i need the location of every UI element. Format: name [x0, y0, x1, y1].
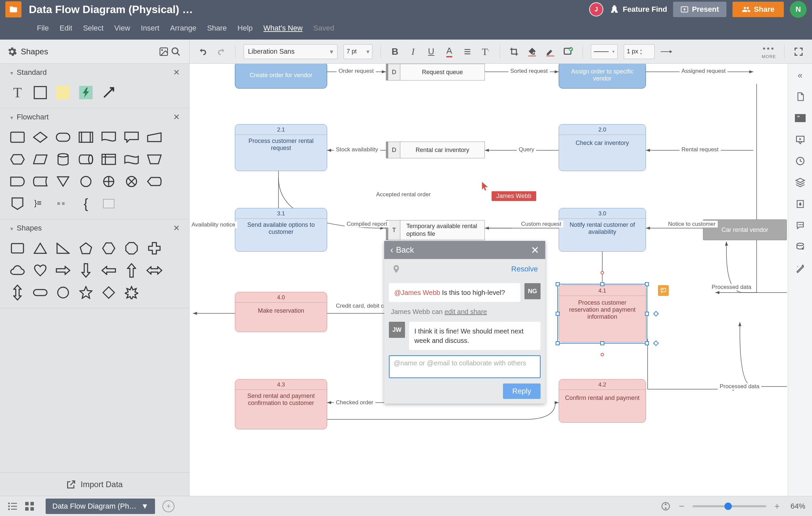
standard-section-header[interactable]: ▼Standard ✕: [0, 64, 189, 81]
import-data-button[interactable]: Import Data: [0, 472, 189, 496]
target-icon[interactable]: [661, 501, 671, 511]
card-shape[interactable]: [101, 196, 117, 212]
fullscreen-icon[interactable]: [792, 46, 805, 58]
collaborator-avatar[interactable]: J: [589, 2, 603, 17]
node-3-0[interactable]: 3.0 Notify rental customer of availabili…: [559, 208, 646, 252]
page-icon[interactable]: [794, 91, 806, 103]
resolve-button[interactable]: Resolve: [511, 265, 538, 274]
data-store-inventory[interactable]: D Rental car inventory: [386, 142, 485, 159]
brace-shape[interactable]: }≡: [32, 196, 48, 212]
present-button[interactable]: Present: [673, 2, 726, 17]
data-linking-icon[interactable]: [794, 241, 806, 253]
image-icon[interactable]: [158, 46, 170, 58]
note-shape[interactable]: ≡ ≡: [55, 196, 71, 212]
page-tab[interactable]: Data Flow Diagram (Ph… ▼: [46, 498, 155, 514]
collapse-rail-icon[interactable]: «: [794, 69, 806, 81]
node-2-0[interactable]: 2.0 Check car inventory: [559, 124, 646, 171]
fill-icon[interactable]: [526, 46, 538, 58]
comment-back-button[interactable]: ‹ Back: [390, 245, 414, 255]
hexagon-shape[interactable]: [101, 240, 117, 256]
sticky-shape[interactable]: [55, 85, 71, 101]
lr-arrow-shape[interactable]: [146, 262, 163, 279]
manual-input-shape[interactable]: [146, 129, 163, 145]
up-arrow-shape[interactable]: [123, 262, 140, 279]
poly-star-shape[interactable]: [123, 285, 140, 300]
close-icon[interactable]: ✕: [173, 224, 180, 233]
node-4-1[interactable]: 4.1 Process customer reservation and pay…: [559, 285, 646, 342]
history-icon[interactable]: [794, 155, 806, 167]
shapes-section-header[interactable]: ▼Shapes ✕: [0, 220, 189, 237]
zoom-slider[interactable]: [693, 505, 766, 507]
shape-style-icon[interactable]: [562, 46, 575, 58]
bolt-shape[interactable]: [78, 85, 94, 101]
text-icon[interactable]: T›: [480, 46, 492, 58]
internal-storage-shape[interactable]: [101, 151, 117, 167]
font-size-select[interactable]: 7 pt▾: [344, 44, 372, 59]
triangle-shape[interactable]: [32, 240, 48, 256]
square-shape[interactable]: [9, 240, 26, 256]
paper-tape-shape[interactable]: [123, 151, 140, 167]
octagon-shape[interactable]: [123, 240, 140, 256]
callout-shape[interactable]: [123, 129, 140, 145]
italic-icon[interactable]: I: [407, 46, 419, 58]
process-shape[interactable]: [9, 129, 26, 145]
outline-view-icon[interactable]: [7, 500, 19, 512]
display-shape[interactable]: [146, 173, 163, 190]
data-store-temp[interactable]: T Temporary available rental options fil…: [386, 220, 485, 240]
node-4-0[interactable]: 4.0 Make reservation: [235, 292, 327, 332]
layers-icon[interactable]: [794, 176, 806, 189]
stored-data-shape[interactable]: [32, 173, 48, 190]
cross-shape[interactable]: [146, 240, 163, 256]
database-shape[interactable]: [55, 151, 71, 167]
menu-select[interactable]: Select: [83, 24, 103, 32]
delay-shape[interactable]: [9, 173, 26, 190]
menu-whats-new[interactable]: What's New: [263, 24, 303, 32]
down-arrow-shape[interactable]: [78, 262, 94, 279]
data-store-queue[interactable]: D Request queue: [386, 64, 485, 81]
close-icon[interactable]: ✕: [173, 112, 180, 122]
left-arrow-shape[interactable]: [101, 262, 117, 279]
node-assign-order[interactable]: Assign order to specific vendor: [559, 64, 646, 89]
reply-button[interactable]: Reply: [503, 383, 541, 399]
canvas[interactable]: Create order for vendor D Request queue …: [190, 64, 788, 496]
menu-file[interactable]: File: [37, 24, 49, 32]
reply-input[interactable]: @name or @email to collaborate with othe…: [389, 355, 541, 378]
text-shape[interactable]: T: [9, 85, 26, 101]
menu-view[interactable]: View: [114, 24, 130, 32]
node-2-1[interactable]: 2.1 Process customer rental request: [235, 124, 327, 171]
zoom-in-button[interactable]: +: [772, 501, 782, 512]
share-button[interactable]: Share: [732, 2, 784, 17]
more-button[interactable]: ••• MORE: [762, 44, 776, 59]
decision-shape[interactable]: [32, 129, 48, 145]
line-width-select[interactable]: 1 px▴▾: [624, 44, 655, 59]
cloud-shape[interactable]: [9, 262, 26, 279]
pill-shape[interactable]: [32, 285, 48, 300]
rectangle-shape[interactable]: [32, 85, 48, 101]
node-4-2[interactable]: 4.2 Confirm rental and payment: [559, 379, 646, 423]
presentation-icon[interactable]: [794, 134, 806, 146]
document-shape[interactable]: [101, 129, 117, 145]
menu-insert[interactable]: Insert: [141, 24, 160, 32]
menu-edit[interactable]: Edit: [59, 24, 72, 32]
predefined-shape[interactable]: [78, 129, 94, 145]
chevron-down-icon[interactable]: ▼: [141, 502, 149, 511]
document-title[interactable]: Data Flow Diagram (Physical) …: [29, 3, 589, 16]
manual-op-shape[interactable]: [146, 151, 163, 167]
add-page-button[interactable]: +: [163, 500, 174, 512]
user-avatar[interactable]: N: [790, 1, 807, 18]
underline-icon[interactable]: U: [425, 46, 437, 58]
right-arrow-shape[interactable]: [55, 262, 71, 279]
arrow-style-icon[interactable]: [661, 46, 673, 58]
search-icon[interactable]: [170, 46, 182, 58]
node-3-1[interactable]: 3.1 Send available options to customer: [235, 208, 327, 252]
shapes-panel-label[interactable]: Shapes: [7, 47, 158, 56]
node-4-3[interactable]: 4.3 Send rental and payment confirmation…: [235, 379, 327, 429]
text-color-icon[interactable]: A: [443, 46, 455, 58]
quote-icon[interactable]: ": [794, 112, 806, 124]
diamond-shape[interactable]: [101, 285, 117, 300]
circle-shape[interactable]: [55, 285, 71, 300]
pentagon-shape[interactable]: [78, 240, 94, 256]
menu-arrange[interactable]: Arrange: [170, 24, 196, 32]
summing-shape[interactable]: [123, 173, 140, 190]
merge-shape[interactable]: [55, 173, 71, 190]
